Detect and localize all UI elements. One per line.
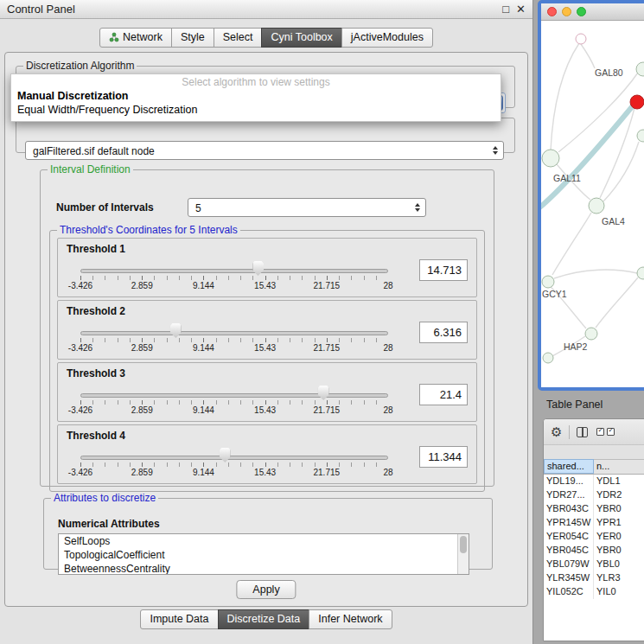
scale-label: -3.426 (68, 281, 92, 290)
list-scrollbar[interactable] (457, 534, 469, 574)
column-header[interactable]: n... (594, 459, 644, 474)
slider-handle[interactable] (252, 261, 264, 276)
close-icon[interactable]: ✕ (516, 3, 526, 15)
table-data-combo-value: galFiltered.sif default node (33, 142, 155, 161)
network-node[interactable] (637, 130, 644, 142)
checkbox-icon[interactable] (596, 428, 604, 436)
tab-label: Discretize Data (227, 613, 301, 625)
scale-label: -3.426 (68, 343, 92, 353)
tab-label: Impute Data (150, 613, 208, 625)
scale-label: 21.715 (314, 405, 341, 415)
apply-button[interactable]: Apply (236, 580, 296, 599)
checkbox-icon[interactable] (607, 428, 615, 436)
slider-track[interactable] (80, 269, 388, 273)
selected-network-node[interactable] (630, 95, 644, 109)
bottom-tab-bar: Impute DataDiscretize DataInfer Network (0, 609, 532, 629)
network-node[interactable] (543, 353, 553, 363)
table-cell: YER0 (594, 530, 644, 544)
threshold-value-field[interactable]: 14.713 (419, 259, 468, 281)
table-row[interactable]: YDL19...YDL1 (544, 475, 644, 488)
table-cell: YLR345W (544, 571, 594, 585)
scale-label: 15.43 (254, 468, 276, 477)
numerical-attributes-list[interactable]: SelfLoopsTopologicalCoefficientBetweenne… (58, 533, 469, 575)
table-cell: YBR045C (544, 544, 594, 558)
combo-stepper-icon[interactable] (413, 199, 422, 216)
table-cell: YLR3 (594, 571, 644, 585)
network-node[interactable] (637, 267, 644, 279)
column-header[interactable]: shared... (544, 459, 594, 474)
slider-ticks (80, 338, 388, 342)
tab-impute-data[interactable]: Impute Data (140, 609, 218, 629)
table-header-row: shared...n... (544, 459, 644, 475)
network-edge[interactable] (581, 44, 595, 68)
network-node[interactable] (585, 328, 597, 340)
tab-infer-network[interactable]: Infer Network (309, 609, 392, 629)
threshold-label: Threshold 4 (67, 430, 125, 442)
tab-jactivemodules[interactable]: jActiveModules (341, 28, 433, 48)
node-label: GCY1 (542, 289, 567, 299)
discretization-algorithm-legend: Discretization Algorithm (23, 60, 137, 72)
tab-network[interactable]: Network (99, 28, 172, 48)
network-node[interactable] (542, 276, 554, 288)
list-item[interactable]: TopologicalCoefficient (59, 548, 469, 562)
slider-track[interactable] (80, 393, 388, 398)
table-row[interactable]: YDR27...YDR2 (544, 488, 644, 502)
threshold-value-field[interactable]: 11.344 (419, 446, 468, 468)
zoom-traffic-light-icon[interactable] (577, 7, 586, 16)
scale-label: 28 (383, 468, 392, 477)
table-row[interactable]: YBL079WYBL0 (544, 558, 644, 571)
table-cell: YER054C (544, 530, 594, 544)
gear-icon[interactable]: ⚙ (551, 425, 562, 438)
tab-style[interactable]: Style (171, 28, 214, 48)
dropdown-option-equal-width-frequency[interactable]: Equal Width/Frequency Discretization (11, 103, 501, 117)
minimize-traffic-light-icon[interactable] (562, 7, 571, 16)
table-data-combo[interactable]: galFiltered.sif default node (25, 141, 504, 160)
network-canvas[interactable]: GAL80GAL11GAL4GCY1HAP2 (541, 21, 644, 387)
network-edge[interactable] (596, 277, 638, 328)
network-node[interactable] (576, 34, 586, 44)
slider-track[interactable] (80, 456, 388, 460)
network-edge[interactable] (554, 270, 637, 278)
scrollbar-thumb[interactable] (460, 536, 467, 553)
threshold-label: Threshold 2 (67, 305, 125, 317)
table-cell: YPR1 (594, 516, 644, 530)
algorithm-dropdown-popup: Select algorithm to view settings Manual… (10, 73, 501, 122)
network-node[interactable] (542, 150, 559, 167)
threshold-value-field[interactable]: 21.4 (419, 384, 468, 405)
columns-icon[interactable] (577, 427, 588, 437)
control-panel-titlebar: Control Panel □ ✕ (0, 0, 532, 19)
table-row[interactable]: YLR345WYLR3 (544, 571, 644, 585)
list-item[interactable]: BetweennessCentrality (59, 562, 469, 575)
table-row[interactable]: YBR045CYBR0 (544, 544, 644, 558)
network-edge[interactable] (551, 43, 579, 150)
thresholds-group: Threshold's Coordinates for 5 Intervals … (49, 224, 485, 492)
slider-handle[interactable] (170, 323, 182, 338)
table-cell: YIL0 (594, 585, 644, 599)
slider-scale: -3.4262.8599.14415.4321.71528 (80, 468, 388, 478)
network-edge[interactable] (552, 213, 591, 275)
network-node[interactable] (589, 198, 604, 214)
close-traffic-light-icon[interactable] (547, 7, 557, 16)
table-row[interactable]: YIL052CYIL0 (544, 585, 644, 599)
threshold-value-field[interactable]: 6.316 (419, 322, 468, 343)
tab-discretize-data[interactable]: Discretize Data (218, 609, 310, 629)
table-row[interactable]: YBR043CYBR0 (544, 502, 644, 516)
dropdown-option-manual-discretization[interactable]: Manual Discretization (11, 89, 501, 103)
scale-label: 2.859 (131, 405, 153, 415)
table-cell: YIL052C (544, 585, 594, 599)
maximize-icon[interactable]: □ (502, 3, 509, 15)
slider-track[interactable] (80, 331, 388, 335)
scale-label: 28 (383, 405, 392, 415)
threshold-panels: Threshold 1-3.4262.8599.14415.4321.71528… (50, 238, 484, 484)
slider-handle[interactable] (220, 448, 231, 462)
list-item[interactable]: SelfLoops (59, 534, 469, 548)
tab-select[interactable]: Select (214, 28, 263, 48)
combo-stepper-icon[interactable] (491, 142, 500, 159)
tab-label: Select (223, 31, 253, 43)
slider-handle[interactable] (318, 386, 329, 400)
table-row[interactable]: YPR145WYPR1 (544, 516, 644, 530)
table-row[interactable]: YER054CYER0 (544, 530, 644, 544)
number-of-intervals-combo[interactable]: 5 (188, 198, 426, 217)
interval-definition-legend: Interval Definition (48, 163, 133, 175)
tab-cyni-toolbox[interactable]: Cyni Toolbox (261, 28, 341, 48)
